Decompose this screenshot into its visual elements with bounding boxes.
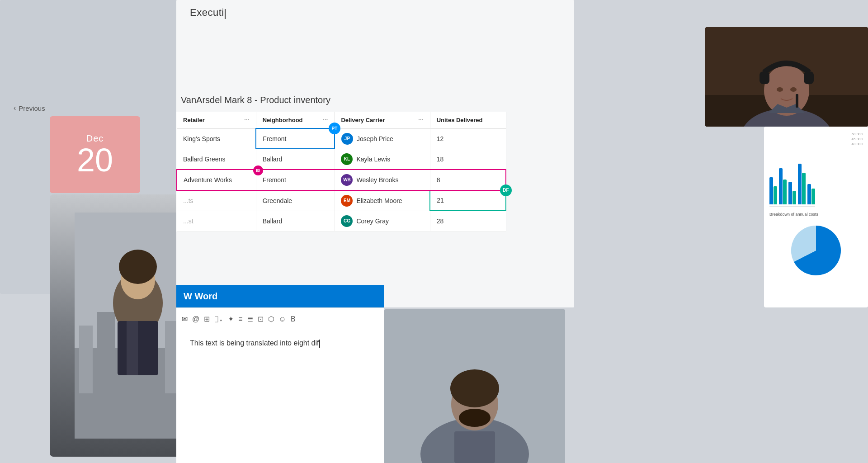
man-video-frame: [705, 27, 868, 127]
cell-units-2: 18: [430, 149, 506, 170]
svg-rect-3: [97, 312, 115, 393]
svg-point-7: [119, 250, 157, 284]
table-row: King's Sports Fremont PT JP Joseph Price…: [177, 128, 506, 149]
cell-retailer-3: Adventure Works IB: [177, 170, 256, 190]
bar-group-4: [798, 164, 806, 204]
bar-blue-5: [807, 184, 811, 204]
svg-rect-9: [127, 321, 138, 375]
word-logo: W Word: [184, 291, 217, 302]
table-row: Ballard Greens Ballard KL Kayla Lewis 18: [177, 149, 506, 170]
text-cursor: [319, 340, 320, 348]
mention-icon[interactable]: @: [192, 315, 199, 323]
mail-icon[interactable]: ✉: [182, 315, 188, 323]
prev-chevron-icon: ‹: [14, 104, 16, 112]
bar-teal-2: [783, 180, 787, 204]
cell-units-1: 12: [430, 128, 506, 149]
neighborhood-menu-icon[interactable]: ···: [323, 116, 328, 123]
bar-group-2: [779, 168, 787, 204]
title-cursor: [225, 9, 226, 19]
chart-bars-area: [769, 148, 815, 207]
word-toolbar: W Word: [176, 285, 384, 307]
cell-neighborhood-1[interactable]: Fremont PT: [256, 128, 335, 149]
cell-neighborhood-3: Fremont: [256, 170, 335, 190]
bottom-toolbar[interactable]: ✉ @ ⊞ ⌷▾ ✦ ≡ ≣ ⊡ ⬡ ☺ B: [176, 307, 384, 330]
bar-group-5: [807, 184, 815, 204]
bottom-text-area[interactable]: This text is being translated into eight…: [176, 330, 384, 463]
cell-retailer-1: King's Sports: [177, 128, 256, 149]
bar-teal-5: [811, 189, 815, 204]
avatar-kl: KL: [341, 153, 353, 165]
cell-retailer-4: ...ts: [177, 190, 256, 211]
pie-area: [769, 221, 863, 280]
video-panel-main: [705, 27, 868, 127]
bottom-video-panel: [384, 309, 565, 463]
chart-y-40000: 40,000: [769, 142, 863, 146]
cell-neighborhood-5: Ballard: [256, 211, 335, 231]
col-retailer: Retailer ···: [177, 112, 256, 128]
prev-button[interactable]: ‹ Previous: [14, 104, 45, 112]
df-badge: DF: [500, 184, 512, 196]
bottom-text-content: This text is being translated into eight…: [190, 339, 319, 347]
table-row: Adventure Works IB Fremont WB Wesley Bro…: [177, 170, 506, 190]
retailer-menu-icon[interactable]: ···: [244, 116, 250, 123]
col-delivery-carrier: Delivery Carrier ···: [335, 112, 430, 128]
link-icon[interactable]: ⬡: [268, 315, 274, 323]
page-title: Executi: [190, 7, 224, 18]
bar-group-3: [788, 182, 796, 204]
avatar-cg: CG: [341, 215, 353, 227]
bar-group-1: [769, 177, 777, 204]
pt-badge: PT: [329, 123, 340, 134]
col-neighborhood: Neighborhood ···: [256, 112, 335, 128]
bar-blue-1: [769, 177, 773, 204]
calendar-icon[interactable]: ⊡: [258, 315, 264, 323]
cell-carrier-2: KL Kayla Lewis: [335, 149, 430, 170]
carrier-menu-icon[interactable]: ···: [418, 116, 424, 123]
avatar-em: EM: [341, 195, 353, 207]
product-title: VanArsdel Mark 8 - Product inventory: [176, 95, 506, 105]
product-table: Retailer ··· Neighborhood ··· Delivery C…: [176, 112, 506, 232]
table-icon[interactable]: ⊞: [204, 315, 210, 323]
cell-carrier-1: JP Joseph Price: [335, 128, 430, 149]
chart-bars-container: [769, 148, 863, 210]
svg-rect-17: [804, 71, 814, 84]
calendar-day: 20: [77, 144, 113, 176]
chart-title: Breakdown of annual costs: [769, 212, 863, 217]
cell-neighborhood-4: Greendale: [256, 190, 335, 211]
bar-blue-4: [798, 164, 802, 204]
svg-point-14: [777, 87, 783, 92]
bold-icon[interactable]: B: [291, 315, 296, 323]
product-section: VanArsdel Mark 8 - Product inventory Ret…: [176, 95, 506, 232]
header-area: Executi: [190, 7, 226, 19]
prev-label: Previous: [19, 104, 45, 112]
cell-retailer-2: Ballard Greens: [177, 149, 256, 170]
svg-rect-2: [79, 326, 93, 393]
avatar-jp: JP: [341, 133, 353, 145]
bar-blue-2: [779, 168, 783, 204]
avatar-wb: WB: [341, 174, 353, 186]
list-icon[interactable]: ≡: [238, 315, 242, 323]
align-icon[interactable]: ≣: [247, 315, 253, 323]
cell-units-4[interactable]: 21 DF: [430, 190, 506, 211]
cell-retailer-5: ...st: [177, 211, 256, 231]
chart-icon[interactable]: ⌷▾: [214, 315, 223, 323]
bar-teal-1: [774, 186, 777, 204]
cell-carrier-5: CG Corey Gray: [335, 211, 430, 231]
calendar-widget: Dec 20: [50, 116, 140, 193]
svg-point-24: [459, 409, 491, 427]
svg-rect-16: [760, 71, 769, 84]
chart-panel: 50,000 45,000 40,000: [764, 127, 868, 307]
emoji-icon[interactable]: ☺: [279, 315, 286, 323]
second-person-video: [384, 309, 565, 463]
format-icon[interactable]: ✦: [228, 315, 234, 323]
table-header-row: Retailer ··· Neighborhood ··· Delivery C…: [177, 112, 506, 128]
cell-neighborhood-2: Ballard: [256, 149, 335, 170]
table-row: ...ts Greendale EM Elizabeth Moore 21 DF: [177, 190, 506, 211]
bar-teal-4: [802, 173, 806, 204]
col-units-delivered: Unites Delivered: [430, 112, 506, 128]
chart-y-45000: 45,000: [769, 137, 863, 141]
table-row: ...st Ballard CG Corey Gray 28: [177, 211, 506, 231]
bar-teal-3: [793, 191, 796, 204]
cell-carrier-4: EM Elizabeth Moore: [335, 190, 430, 211]
svg-point-15: [790, 87, 797, 92]
pie-chart: [787, 221, 845, 280]
